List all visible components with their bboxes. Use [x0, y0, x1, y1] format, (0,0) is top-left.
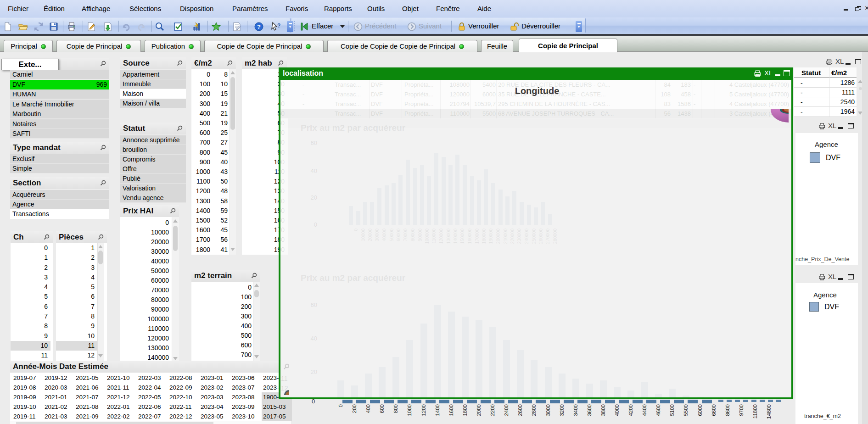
svg-text:?: ?	[277, 22, 280, 29]
svg-text:?: ?	[257, 23, 261, 30]
